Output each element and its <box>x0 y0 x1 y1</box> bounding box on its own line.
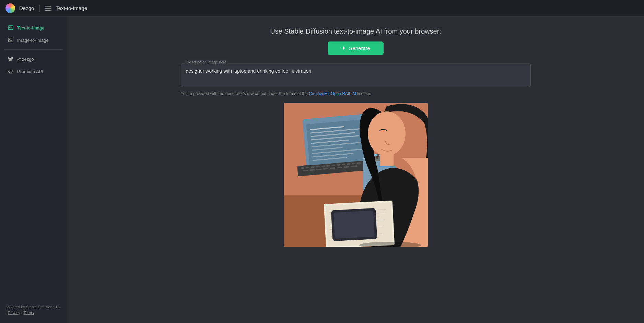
photo-icon <box>8 37 14 43</box>
license-after: license. <box>356 91 371 96</box>
sidebar-item-text-to-image[interactable]: Text-to-Image <box>2 22 65 34</box>
license-before: You're provided with the generator's raw… <box>181 91 309 96</box>
prompt-textarea[interactable] <box>181 63 530 85</box>
sidebar: Text-to-Image Image-to-Image <box>0 16 67 323</box>
privacy-link[interactable]: Privacy <box>8 311 20 315</box>
hamburger-icon[interactable] <box>45 6 51 11</box>
generate-button-label: Generate <box>349 45 370 51</box>
page-heading: Use Stable Diffusion text-to-image AI fr… <box>270 27 441 35</box>
sidebar-separator-1 <box>4 49 63 50</box>
code-icon <box>8 68 14 74</box>
generated-image-svg <box>284 103 428 247</box>
sidebar-item-twitter[interactable]: @dezgo <box>2 53 65 65</box>
content-area: Use Stable Diffusion text-to-image AI fr… <box>67 16 644 323</box>
terms-link[interactable]: Terms <box>23 311 34 315</box>
sidebar-item-image-to-image-label: Image-to-Image <box>17 38 49 43</box>
app-name: Dezgo <box>19 5 34 11</box>
page-title: Text-to-Image <box>56 5 87 11</box>
svg-rect-44 <box>380 153 394 166</box>
prompt-container: Describe an image here <box>181 63 531 87</box>
generate-button[interactable]: ✦ Generate <box>328 41 384 55</box>
sidebar-nav: Text-to-Image Image-to-Image <box>0 19 67 80</box>
prompt-label: Describe an image here <box>185 60 228 64</box>
twitter-icon <box>8 56 14 62</box>
svg-rect-60 <box>333 211 375 239</box>
powered-by-text: powered by Stable Diffusion v1.4 <box>5 304 61 310</box>
main-layout: Text-to-Image Image-to-Image <box>0 16 644 323</box>
generate-icon: ✦ <box>341 45 346 51</box>
sidebar-footer: powered by Stable Diffusion v1.4 - Priva… <box>0 300 67 320</box>
app-logo <box>5 3 15 13</box>
sidebar-item-twitter-label: @dezgo <box>17 57 34 62</box>
footer-links: - Privacy - Terms <box>5 310 61 316</box>
sidebar-item-premium-api-label: Premium API <box>17 69 43 74</box>
sidebar-item-premium-api[interactable]: Premium API <box>2 65 65 77</box>
svg-point-43 <box>368 111 406 156</box>
topbar: Dezgo Text-to-Image <box>0 0 644 16</box>
image-icon <box>8 25 14 31</box>
sidebar-item-text-to-image-label: Text-to-Image <box>17 25 44 31</box>
generated-image <box>284 103 428 247</box>
sidebar-item-image-to-image[interactable]: Image-to-Image <box>2 34 65 46</box>
license-link[interactable]: CreativeML Open RAIL-M <box>309 91 356 96</box>
license-text: You're provided with the generator's raw… <box>181 91 531 96</box>
topbar-divider <box>39 5 40 12</box>
